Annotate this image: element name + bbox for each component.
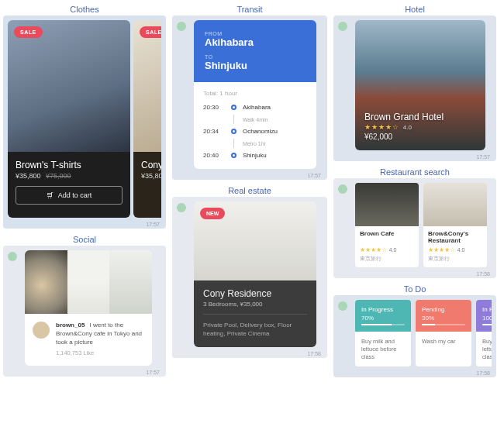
transit-total: Total: 1 hour (203, 90, 307, 97)
transit-card[interactable]: FROM Akihabara TO Shinjuku Total: 1 hour… (194, 20, 316, 169)
transit-stop: 20:34 Ochanomizu (203, 126, 307, 137)
restaurant-frame: Brown Cafe ★★★★☆ 4.0 東京旅行 Brow&Cony's Re… (333, 178, 496, 278)
social-frame: brown_05 I went to the Brown&Cony cafe i… (3, 246, 166, 377)
social-images (25, 250, 152, 314)
transit-frame: FROM Akihabara TO Shinjuku Total: 1 hour… (172, 15, 327, 180)
section-title-transit: Transit (172, 5, 327, 14)
realestate-sub: 3 Bedrooms, ¥35,000 (203, 301, 307, 315)
hotel-card[interactable]: Brown Grand Hotel ★★★★☆ 4.0 ¥62,000 (355, 20, 485, 150)
todo-status: In Progress (482, 306, 492, 313)
stop-time: 20:40 (203, 152, 225, 159)
section-title-social: Social (3, 235, 166, 244)
social-username: brown_05 (56, 322, 85, 329)
restaurant-card[interactable]: Brown Cafe ★★★★☆ 4.0 東京旅行 (355, 183, 419, 267)
social-card[interactable]: brown_05 I went to the Brown&Cony cafe i… (25, 250, 152, 366)
sale-badge: SALE (14, 26, 43, 38)
realestate-name: Cony Residence (203, 288, 307, 299)
timestamp: 17:57 (307, 173, 321, 178)
new-badge: NEW (200, 208, 225, 219)
timestamp: 17:57 (476, 154, 490, 160)
stop-time: 20:30 (203, 104, 225, 111)
price-old: ¥75,000 (46, 172, 71, 180)
todo-percent: 100% (482, 315, 492, 322)
hotel-frame: Brown Grand Hotel ★★★★☆ 4.0 ¥62,000 17:5… (333, 15, 496, 161)
add-to-cart-label: Add to cart (58, 191, 92, 199)
to-value: Shinjuku (205, 60, 306, 71)
todo-frame: In Progress 70% Buy milk and lettuce bef… (333, 295, 496, 377)
timestamp: 17:57 (146, 222, 160, 227)
restaurant-rating: 4.0 (457, 247, 465, 253)
product-price: ¥35,800 (141, 172, 161, 180)
realestate-features: Private Pool, Delivery box, Floor heatin… (203, 321, 307, 338)
avatar (33, 322, 50, 339)
todo-task: Buy milk and lettuce before class (355, 332, 411, 366)
todo-card[interactable]: In Progress 100% Buy milk and lettuce be… (476, 300, 492, 366)
realestate-card[interactable]: NEW Cony Residence 3 Bedrooms, ¥35,000 P… (194, 201, 316, 347)
restaurant-rating: 4.0 (389, 247, 397, 253)
segment-label: Metro 1hr (243, 141, 266, 146)
timestamp: 17:58 (476, 370, 490, 376)
transit-stop: 20:30 Akihabara (203, 102, 307, 113)
stop-time: 20:34 (203, 128, 225, 135)
product-image: SALE (8, 20, 130, 152)
progress-bar (482, 324, 492, 325)
todo-percent: 70% (361, 315, 405, 322)
progress-bar (422, 324, 465, 325)
section-title-hotel: Hotel (333, 5, 496, 14)
todo-task: Buy milk and lettuce before class (476, 332, 492, 366)
timestamp: 17:58 (476, 271, 490, 277)
section-title-restaurant: Restaurant search (333, 167, 496, 177)
product-name: Cony (141, 160, 161, 170)
stop-dot-icon (231, 153, 236, 158)
hotel-rating: 4.0 (403, 124, 412, 131)
product-card-main[interactable]: SALE Brown's T-shirts ¥35,800 ¥75,000 🛒︎… (8, 20, 130, 218)
todo-status: In Progress (361, 306, 405, 313)
transit-stop: 20:40 Shinjuku (203, 150, 307, 161)
add-to-cart-button[interactable]: 🛒︎ Add to cart (16, 186, 123, 205)
stop-dot-icon (231, 105, 236, 110)
restaurant-name: Brow&Cony's Restaurant (428, 231, 482, 245)
hotel-price: ¥62,000 (364, 132, 444, 141)
product-image: SALE (133, 20, 161, 152)
section-title-realestate: Real estate (172, 186, 327, 195)
stop-name: Ochanomizu (243, 128, 278, 135)
todo-percent: 30% (422, 315, 465, 322)
star-icon: ★★★★☆ (360, 246, 387, 253)
cart-icon: 🛒︎ (47, 191, 54, 199)
star-icon: ★★★★☆ (428, 246, 455, 253)
stop-dot-icon (231, 129, 236, 134)
timestamp: 17:58 (307, 351, 321, 356)
restaurant-tag: 東京旅行 (428, 255, 482, 263)
star-icon: ★★★★☆ (364, 123, 399, 131)
clothes-frame: SALE Brown's T-shirts ¥35,800 ¥75,000 🛒︎… (3, 15, 166, 229)
sale-badge: SALE (140, 26, 161, 38)
like-count: 1,140,753 Like (56, 349, 144, 357)
price-current: ¥35,800 (16, 172, 41, 180)
product-name: Brown's T-shirts (16, 160, 123, 170)
restaurant-image (355, 183, 419, 226)
realestate-image: NEW (194, 201, 316, 280)
restaurant-card[interactable]: Brow&Cony's Restaurant ★★★★☆ 4.0 東京旅行 (423, 183, 487, 267)
from-label: FROM (205, 31, 306, 36)
todo-card[interactable]: In Progress 70% Buy milk and lettuce bef… (355, 300, 411, 366)
hotel-name: Brown Grand Hotel (364, 112, 444, 122)
todo-task: Wash my car (416, 332, 471, 352)
stop-name: Shinjuku (243, 152, 267, 159)
realestate-frame: NEW Cony Residence 3 Bedrooms, ¥35,000 P… (172, 197, 327, 358)
product-card-peek[interactable]: SALE Cony ¥35,800 (133, 20, 161, 218)
progress-bar (361, 324, 405, 325)
from-value: Akihabara (205, 36, 306, 48)
section-title-todo: To Do (333, 284, 496, 294)
restaurant-tag: 東京旅行 (360, 255, 414, 263)
segment-label: Walk 4min (243, 117, 268, 122)
product-price: ¥35,800 ¥75,000 (16, 172, 123, 180)
to-label: TO (205, 54, 306, 60)
restaurant-name: Brown Cafe (360, 231, 414, 245)
timestamp: 17:57 (146, 370, 160, 375)
restaurant-image (423, 183, 487, 226)
todo-card[interactable]: Pending 30% Wash my car (416, 300, 471, 366)
stop-name: Akihabara (243, 104, 271, 111)
todo-status: Pending (422, 306, 465, 313)
section-title-clothes: Clothes (3, 5, 166, 14)
